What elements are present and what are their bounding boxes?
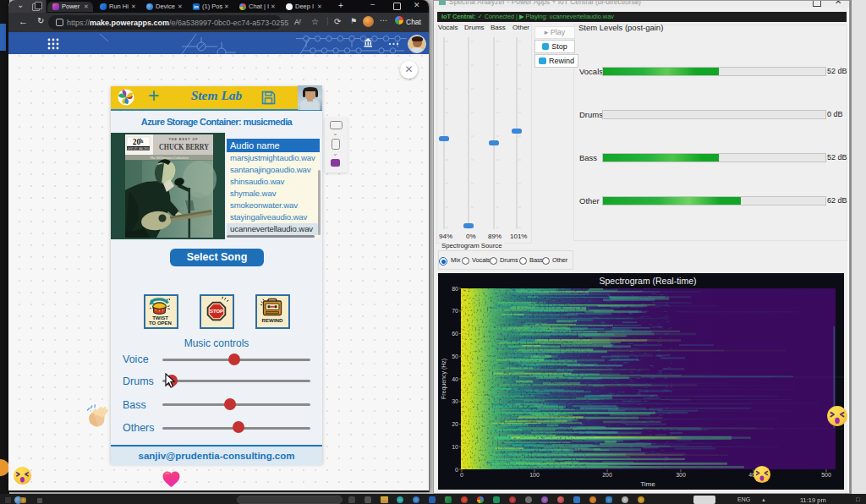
- svg-text:60: 60: [452, 331, 458, 337]
- svg-text:CHUCK BERRY: CHUCK BERRY: [159, 142, 210, 151]
- svg-text:300: 300: [676, 472, 686, 478]
- svg-text:40: 40: [452, 376, 458, 382]
- svg-text:20̇ʱ: 20̇ʱ: [133, 138, 145, 146]
- svg-text:20: 20: [452, 421, 458, 427]
- svg-text:200: 200: [602, 472, 612, 478]
- svg-text:0: 0: [460, 472, 463, 478]
- svg-text:REWIND: REWIND: [261, 317, 283, 323]
- svg-text:Time: Time: [640, 480, 655, 488]
- svg-text:Frequency (Hz): Frequency (Hz): [441, 359, 447, 399]
- svg-text:STOP: STOP: [210, 309, 223, 314]
- svg-text:THE BEST OF: THE BEST OF: [169, 138, 199, 141]
- svg-text:TWIST: TWIST: [152, 315, 168, 320]
- svg-text:TO OPEN: TO OPEN: [149, 320, 172, 326]
- svg-text:80: 80: [452, 286, 458, 292]
- svg-text:500: 500: [821, 472, 831, 478]
- svg-text:Spectrogram (Real-time): Spectrogram (Real-time): [600, 276, 697, 286]
- svg-text:0: 0: [455, 467, 458, 473]
- svg-text:100: 100: [529, 472, 540, 478]
- svg-text:70: 70: [452, 308, 458, 314]
- svg-text:CENTURY MASTERS: CENTURY MASTERS: [127, 147, 150, 151]
- svg-text:30: 30: [452, 398, 458, 404]
- svg-text:10: 10: [452, 444, 458, 450]
- svg-text:50: 50: [452, 353, 458, 359]
- svg-text:The Millennium Collection: The Millennium Collection: [150, 156, 188, 160]
